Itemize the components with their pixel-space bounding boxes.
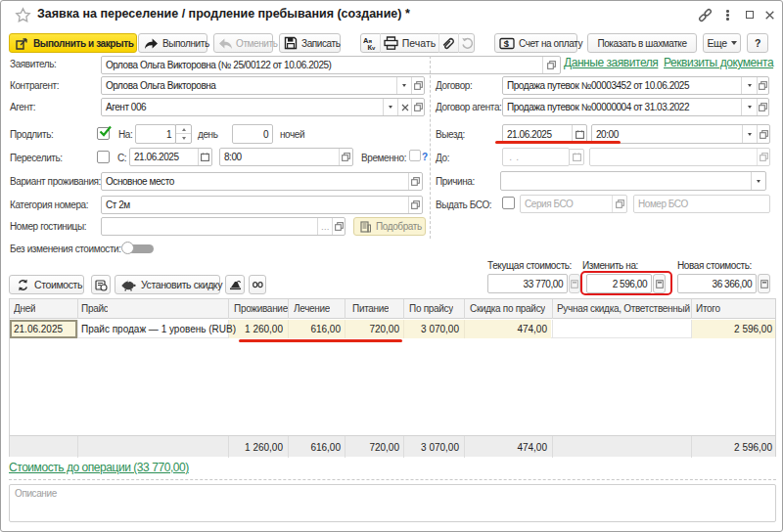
svg-text:S: S (504, 39, 510, 49)
svg-text:Кv: Кv (368, 43, 377, 51)
